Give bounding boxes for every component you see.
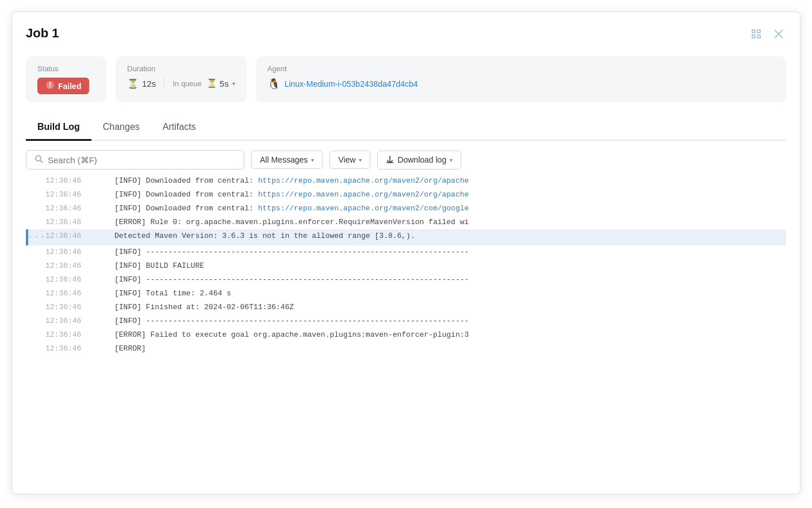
duration-label: Duration [127, 64, 235, 73]
log-row: 12:36:46 [INFO] ------------------------… [26, 245, 786, 259]
view-chevron-icon: ▾ [359, 157, 362, 163]
log-timestamp: 12:36:46 [45, 202, 114, 215]
tabs: Build Log Changes Artifacts [26, 116, 786, 141]
log-row: 12:36:46 [ERROR] Rule 0: org.apache.mave… [26, 215, 786, 229]
status-row: Status ! Failed Duration ⏳ 12s [26, 56, 786, 102]
row-pad [26, 259, 45, 273]
messages-chevron-icon: ▾ [311, 157, 314, 163]
search-input[interactable] [48, 155, 236, 165]
download-log-label: Download log [397, 155, 446, 164]
log-link[interactable]: https://repo.maven.apache.org/maven2/org… [258, 190, 469, 199]
tab-build-log[interactable]: Build Log [26, 116, 91, 141]
row-pad [26, 188, 45, 202]
log-content: [INFO] BUILD FAILURE [114, 259, 786, 273]
log-content: [INFO] ---------------------------------… [114, 314, 786, 328]
hourglass-queue-icon: ⏳ [206, 78, 217, 88]
log-content: [INFO] Total time: 2.464 s [114, 287, 786, 301]
status-card: Status ! Failed [26, 56, 106, 102]
log-timestamp: 12:36:46 [45, 174, 114, 188]
row-pad [26, 215, 45, 229]
status-text: Failed [58, 82, 81, 91]
duration-separator [164, 78, 164, 89]
row-pad [26, 245, 45, 259]
log-area: 12:36:46 [INFO] Downloaded from central:… [26, 174, 786, 356]
view-button[interactable]: View ▾ [330, 151, 370, 169]
row-pad [26, 301, 45, 314]
svg-rect-2 [752, 35, 755, 38]
log-row: 12:36:46 [INFO] ------------------------… [26, 314, 786, 328]
agent-card: Agent 🐧 Linux-Medium-i-053b2438da47d4cb4 [256, 56, 786, 102]
log-row: 12:36:46 [INFO] Downloaded from central:… [26, 202, 786, 215]
hourglass-icon: ⏳ [127, 78, 139, 89]
close-button[interactable] [771, 26, 786, 44]
log-timestamp: 12:36:46 [45, 287, 114, 301]
log-timestamp: 12:36:46 [45, 342, 114, 356]
log-toolbar: All Messages ▾ View ▾ Download log ▾ [26, 141, 786, 170]
tab-changes[interactable]: Changes [91, 116, 151, 141]
tab-artifacts[interactable]: Artifacts [151, 116, 208, 141]
log-row: 12:36:46 [INFO] BUILD FAILURE [26, 259, 786, 273]
log-timestamp: 12:36:46 [45, 229, 114, 245]
duration-card: Duration ⏳ 12s In queue ⏳ 5s ▾ [116, 56, 247, 102]
duration-row: ⏳ 12s In queue ⏳ 5s ▾ [127, 78, 235, 89]
row-pad [26, 328, 45, 342]
modal-actions [748, 26, 786, 45]
in-queue-value: 5s [220, 79, 229, 88]
duration-value: ⏳ 12s [127, 78, 156, 89]
log-row: 12:36:46 [ERROR] Failed to execute goal … [26, 328, 786, 342]
in-queue-dropdown[interactable]: In queue ⏳ 5s ▾ [173, 78, 235, 88]
svg-rect-0 [752, 30, 755, 33]
log-row: 12:36:46 [INFO] Finished at: 2024-02-06T… [26, 301, 786, 314]
agent-label: Agent [267, 64, 775, 73]
log-content: [INFO] Finished at: 2024-02-06T11:36:46Z [114, 301, 786, 314]
failed-icon: ! [45, 80, 55, 91]
row-pad [26, 273, 45, 287]
svg-text:!: ! [49, 80, 51, 89]
row-dots: ··· [28, 229, 45, 245]
in-queue-label: In queue [173, 79, 202, 88]
log-timestamp: 12:36:46 [45, 215, 114, 229]
row-pad [26, 314, 45, 328]
log-content: [INFO] Downloaded from central: https://… [114, 202, 786, 215]
log-content: [INFO] ---------------------------------… [114, 245, 786, 259]
log-content-error: [ERROR] Failed to execute goal org.apach… [114, 328, 786, 342]
download-log-button[interactable]: Download log ▾ [377, 151, 461, 170]
log-row-highlighted: ··· 12:36:46 Detected Maven Version: 3.6… [26, 229, 786, 245]
log-row: 12:36:46 [INFO] ------------------------… [26, 273, 786, 287]
log-content: [INFO] ---------------------------------… [114, 273, 786, 287]
modal-title: Job 1 [26, 26, 59, 41]
log-timestamp: 12:36:46 [45, 245, 114, 259]
log-timestamp: 12:36:46 [45, 314, 114, 328]
svg-rect-3 [757, 35, 760, 38]
log-link[interactable]: https://repo.maven.apache.org/maven2/com… [258, 204, 469, 213]
log-content: [INFO] Downloaded from central: https://… [114, 174, 786, 188]
log-row: 12:36:46 [INFO] Downloaded from central:… [26, 174, 786, 188]
search-icon [35, 155, 43, 165]
row-pad [26, 342, 45, 356]
search-box[interactable] [26, 150, 244, 170]
status-label: Status [37, 64, 95, 73]
expand-button[interactable] [748, 26, 764, 45]
log-timestamp: 12:36:46 [45, 259, 114, 273]
log-timestamp: 12:36:46 [45, 273, 114, 287]
agent-name: Linux-Medium-i-053b2438da47d4cb4 [285, 79, 418, 88]
all-messages-button[interactable]: All Messages ▾ [251, 151, 323, 169]
chevron-down-icon: ▾ [232, 80, 235, 87]
log-content: [INFO] Downloaded from central: https://… [114, 188, 786, 202]
log-row: 12:36:46 [INFO] Total time: 2.464 s [26, 287, 786, 301]
view-label: View [338, 155, 355, 164]
agent-link[interactable]: 🐧 Linux-Medium-i-053b2438da47d4cb4 [267, 78, 418, 90]
download-icon [386, 155, 394, 165]
log-timestamp: 12:36:46 [45, 328, 114, 342]
svg-line-9 [40, 160, 43, 163]
svg-point-8 [36, 156, 41, 161]
log-row: 12:36:46 [INFO] Downloaded from central:… [26, 188, 786, 202]
log-link[interactable]: https://repo.maven.apache.org/maven2/org… [258, 176, 469, 185]
log-timestamp: 12:36:46 [45, 188, 114, 202]
status-badge: ! Failed [37, 78, 89, 94]
download-chevron-icon: ▾ [450, 157, 453, 163]
row-pad [26, 174, 45, 188]
log-content-highlighted: Detected Maven Version: 3.6.3 is not in … [114, 229, 786, 245]
linux-icon: 🐧 [267, 78, 280, 90]
svg-rect-1 [757, 30, 760, 33]
